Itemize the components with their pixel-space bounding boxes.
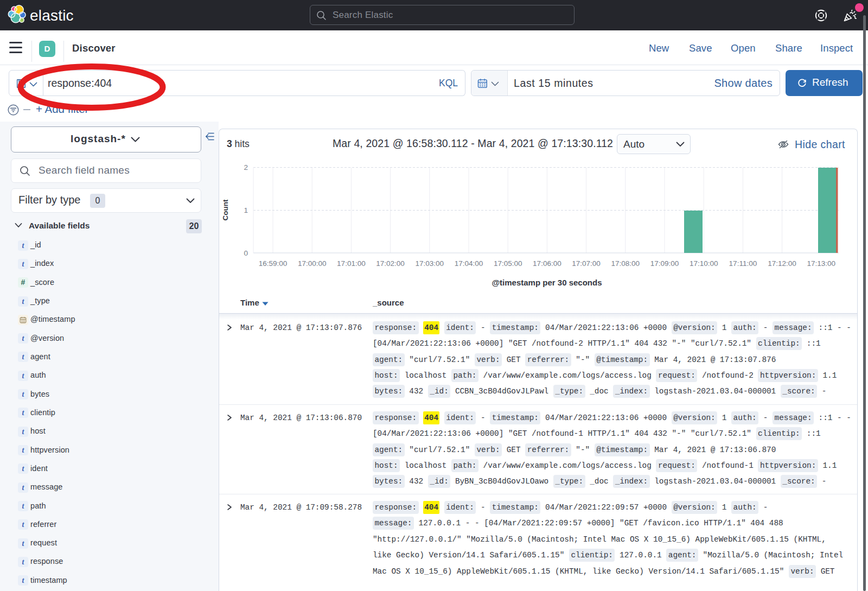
svg-text:17:08:00: 17:08:00 (611, 259, 640, 268)
svg-text:0: 0 (244, 249, 248, 257)
svg-text:17:02:00: 17:02:00 (376, 259, 405, 268)
svg-text:17:06:00: 17:06:00 (533, 259, 561, 268)
svg-text:17:10:00: 17:10:00 (690, 259, 718, 268)
svg-text:2: 2 (244, 163, 248, 171)
svg-text:16:59:00: 16:59:00 (259, 259, 288, 268)
svg-text:17:13:00: 17:13:00 (807, 259, 836, 268)
svg-text:17:05:00: 17:05:00 (494, 259, 522, 268)
svg-text:Count: Count (221, 199, 229, 220)
svg-text:17:09:00: 17:09:00 (650, 259, 679, 268)
svg-text:1: 1 (244, 206, 248, 214)
svg-text:17:07:00: 17:07:00 (572, 259, 601, 268)
svg-text:17:12:00: 17:12:00 (768, 259, 796, 268)
svg-text:17:04:00: 17:04:00 (455, 259, 483, 268)
svg-text:17:00:00: 17:00:00 (298, 259, 327, 268)
svg-text:17:03:00: 17:03:00 (416, 259, 444, 268)
svg-text:17:11:00: 17:11:00 (729, 259, 757, 268)
svg-text:17:01:00: 17:01:00 (337, 259, 366, 268)
